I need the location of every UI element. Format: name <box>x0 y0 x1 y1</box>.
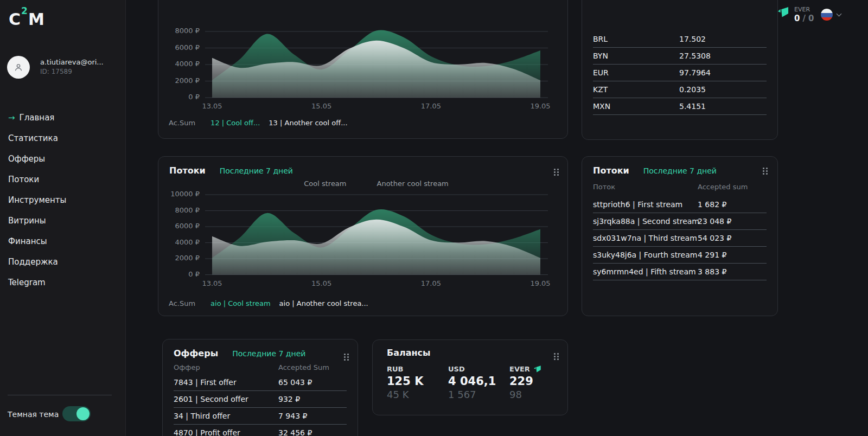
divider <box>8 395 112 395</box>
stream-row: sy6mrmn4ed | Fifth stream3 883 ₽ <box>593 264 767 280</box>
sidebar-item-label: Главная <box>20 113 55 123</box>
russia-flag-icon <box>820 8 833 21</box>
sidebar-item-label: Инструменты <box>8 195 66 205</box>
sidebar-item-label: Статистика <box>8 133 58 143</box>
rate-row-value: 0.2035 <box>679 85 706 94</box>
balance-main-value: 229 <box>509 375 541 388</box>
sidebar-item-telegram[interactable]: Telegram <box>0 272 125 293</box>
offers-chart-card: 8000 ₽6000 ₽4000 ₽2000 ₽0 ₽ 13.0515.0517… <box>158 0 568 139</box>
legend-item[interactable]: aio | Another cool strea... <box>279 299 368 307</box>
rate-row-name: BRL <box>593 35 608 43</box>
sidebar-item-label: Telegram <box>8 278 46 287</box>
x-tick-label: 17.05 <box>421 102 441 110</box>
sidebar-nav: →ГлавнаяСтатистикаОфферыПотокиИнструмент… <box>0 107 125 293</box>
avatar[interactable] <box>7 56 30 79</box>
streams-chart-card: Потоки Последние 7 дней Cool streamAnoth… <box>158 156 568 316</box>
drag-handle-icon[interactable] <box>554 353 560 362</box>
offer-row-name: 2601 | Second offer <box>174 395 248 403</box>
stream-row: sdx031w7na | Third stream54 023 ₽ <box>593 230 767 247</box>
card-title: Потоки <box>593 165 629 176</box>
ever-value: 0 <box>794 14 800 23</box>
sidebar-item-storefronts[interactable]: Витрины <box>0 210 125 231</box>
language-selector[interactable] <box>820 8 841 21</box>
x-tick-label: 19.05 <box>530 279 550 287</box>
user-id: ID: 17589 <box>40 68 72 75</box>
x-tick-label: 15.05 <box>311 102 331 110</box>
ever-divider: / <box>802 14 805 23</box>
sidebar: C2M a.tiutiareva@ori... ID: 17589 →Главн… <box>0 0 126 436</box>
rate-row-name: KZT <box>593 85 608 94</box>
person-icon <box>13 62 24 73</box>
rates-card: BRL17.502BYN27.5308EUR97.7964KZT0.2035MX… <box>582 0 778 140</box>
balance-currency-label: RUB <box>387 365 423 373</box>
legend-item[interactable]: aio | Cool stream <box>210 299 270 307</box>
balance-currency-label: USD <box>448 365 496 373</box>
stream-row-value: 1 682 ₽ <box>698 200 726 209</box>
rate-row: EUR97.7964 <box>593 65 767 81</box>
dark-theme-toggle[interactable] <box>62 406 91 421</box>
rate-row-name: EUR <box>593 68 609 77</box>
column-header-accepted-sum: Accepted Sum <box>278 363 329 371</box>
offers-area-chart <box>158 0 567 138</box>
stream-row-value: 23 048 ₽ <box>698 217 731 226</box>
rate-row-value: 97.7964 <box>679 68 711 77</box>
balance-currency-text: RUB <box>387 365 403 373</box>
stream-row-name: s3uky48j6a | Fourth stream <box>593 251 697 259</box>
offer-row-value: 7 943 ₽ <box>278 412 307 420</box>
stream-row-name: sttprioth6 | First stream <box>593 200 682 209</box>
streams-chart-legend: Ac.Sumaio | Cool streamaio | Another coo… <box>169 299 368 307</box>
offer-row: 34 | Third offer7 943 ₽ <box>174 408 347 425</box>
sidebar-item-label: Офферы <box>8 154 45 164</box>
sidebar-item-label: Финансы <box>8 236 47 246</box>
sidebar-item-support[interactable]: Поддержка <box>0 252 125 272</box>
legend-item[interactable]: 13 | Another cool off... <box>269 119 347 127</box>
offer-row-value: 32 456 ₽ <box>278 428 312 436</box>
balance-secondary-value: 45 K <box>387 389 423 400</box>
stream-row-value: 54 023 ₽ <box>698 234 731 242</box>
sidebar-item-label: Поддержка <box>8 257 58 267</box>
card-title: Офферы <box>174 348 218 358</box>
column-header-stream: Поток <box>593 183 615 191</box>
offers-chart-legend: Ac.Sum12 | Cool off...13 | Another cool … <box>169 119 348 127</box>
legend-item[interactable]: 12 | Cool off... <box>210 119 260 127</box>
offer-row-name: 4870 | Profit offer <box>174 428 240 436</box>
rate-row: KZT0.2035 <box>593 81 767 98</box>
offer-row: 4870 | Profit offer32 456 ₽ <box>174 425 347 436</box>
sidebar-item-finance[interactable]: Финансы <box>0 231 125 252</box>
rate-row-name: BYN <box>593 52 608 60</box>
legend-prefix: Ac.Sum <box>169 119 195 127</box>
legend-prefix: Ac.Sum <box>169 299 195 307</box>
sidebar-item-home[interactable]: →Главная <box>0 107 125 128</box>
period-selector[interactable]: Последние 7 дней <box>232 349 305 358</box>
offer-row: 2601 | Second offer932 ₽ <box>174 391 347 408</box>
rates-rows: BRL17.502BYN27.5308EUR97.7964KZT0.2035MX… <box>593 31 767 115</box>
offer-row-name: 7843 | First offer <box>174 378 237 387</box>
balance-currency-text: EVER <box>509 365 530 373</box>
drag-handle-icon[interactable] <box>763 168 769 176</box>
balance-main-value: 4 046,1 <box>448 375 496 388</box>
sidebar-item-streams[interactable]: Потоки <box>0 169 125 190</box>
sidebar-item-statistics[interactable]: Статистика <box>0 128 125 149</box>
drag-handle-icon[interactable] <box>344 354 350 362</box>
offer-row-value: 65 043 ₽ <box>278 378 312 387</box>
stream-row-name: sj3rqka88a | Second stream <box>593 217 699 226</box>
rate-row: MXN5.4151 <box>593 98 767 115</box>
stream-row: sj3rqka88a | Second stream23 048 ₽ <box>593 213 767 230</box>
offers-rows: 7843 | First offer65 043 ₽2601 | Second … <box>174 374 347 436</box>
rate-row-name: MXN <box>593 102 610 111</box>
balance-ever: EVER22998 <box>509 365 541 400</box>
rate-row-value: 5.4151 <box>679 102 706 111</box>
stream-row-name: sy6mrmn4ed | Fifth stream <box>593 267 696 276</box>
ever-balance-dropdown[interactable]: EVER 0 / 0 <box>777 6 814 23</box>
x-tick-label: 17.05 <box>421 279 441 287</box>
balance-main-value: 125 K <box>387 375 423 388</box>
stream-row: s3uky48j6a | Fourth stream4 291 ₽ <box>593 247 767 264</box>
sidebar-item-offers[interactable]: Офферы <box>0 149 125 169</box>
offer-row-name: 34 | Third offer <box>174 412 230 420</box>
sidebar-item-tools[interactable]: Инструменты <box>0 190 125 210</box>
balances-card: Балансы RUB125 K45 KUSD4 046,11 567EVER2… <box>372 339 568 415</box>
sidebar-item-label: Витрины <box>8 216 46 226</box>
period-selector[interactable]: Последние 7 дней <box>643 166 717 175</box>
streams-rows: sttprioth6 | First stream1 682 ₽sj3rqka8… <box>593 196 767 280</box>
column-header-offer: Оффер <box>174 363 200 371</box>
